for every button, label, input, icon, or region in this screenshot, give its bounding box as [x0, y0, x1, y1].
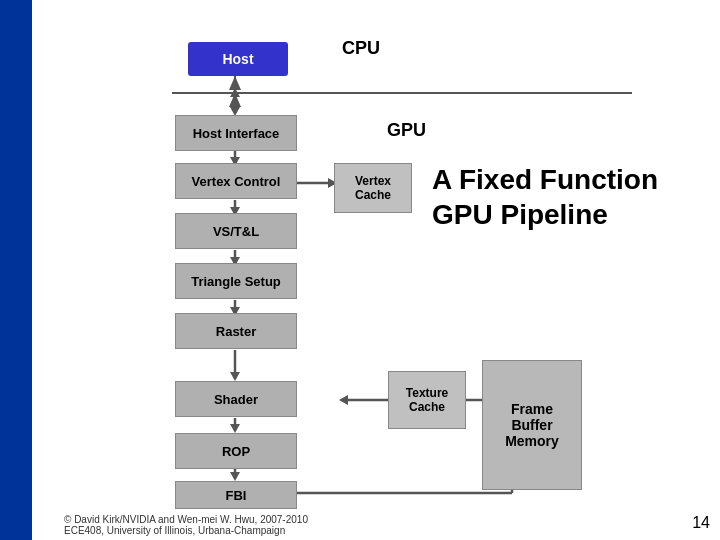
vertex-control-box: Vertex Control [175, 163, 297, 199]
diagram-arrows [32, 0, 720, 540]
vs-tl-label: VS/T&L [213, 224, 259, 239]
vertex-cache-label: Vertex Cache [355, 174, 391, 202]
svg-marker-18 [230, 424, 240, 433]
raster-box: Raster [175, 313, 297, 349]
rop-label: ROP [222, 444, 250, 459]
frame-buffer-label: Frame Buffer Memory [505, 401, 559, 449]
fbi-label: FBI [226, 488, 247, 503]
host-interface-label: Host Interface [193, 126, 280, 141]
title-line2: GPU Pipeline [432, 199, 608, 230]
host-interface-box: Host Interface [175, 115, 297, 151]
slide-title: A Fixed Function GPU Pipeline [432, 162, 682, 232]
rop-box: ROP [175, 433, 297, 469]
page-number: 14 [692, 514, 710, 532]
triangle-setup-label: Triangle Setup [191, 274, 281, 289]
footer-text: © David Kirk/NVIDIA and Wen-mei W. Hwu, … [64, 514, 308, 536]
raster-label: Raster [216, 324, 256, 339]
texture-cache-box: Texture Cache [388, 371, 466, 429]
vertex-cache-box: Vertex Cache [334, 163, 412, 213]
slide-area: CPU GPU Host [32, 0, 720, 540]
texture-cache-label: Texture Cache [406, 386, 448, 414]
triangle-setup-box: Triangle Setup [175, 263, 297, 299]
fbi-box: FBI [175, 481, 297, 509]
shader-label: Shader [214, 392, 258, 407]
footer-content: © David Kirk/NVIDIA and Wen-mei W. Hwu, … [64, 514, 308, 536]
left-bar [0, 0, 32, 540]
svg-marker-20 [230, 472, 240, 481]
frame-buffer-box: Frame Buffer Memory [482, 360, 582, 490]
svg-marker-16 [230, 372, 240, 381]
vs-tl-box: VS/T&L [175, 213, 297, 249]
vertex-control-label: Vertex Control [192, 174, 281, 189]
svg-marker-24 [339, 395, 348, 405]
shader-box: Shader [175, 381, 297, 417]
title-line1: A Fixed Function [432, 164, 658, 195]
